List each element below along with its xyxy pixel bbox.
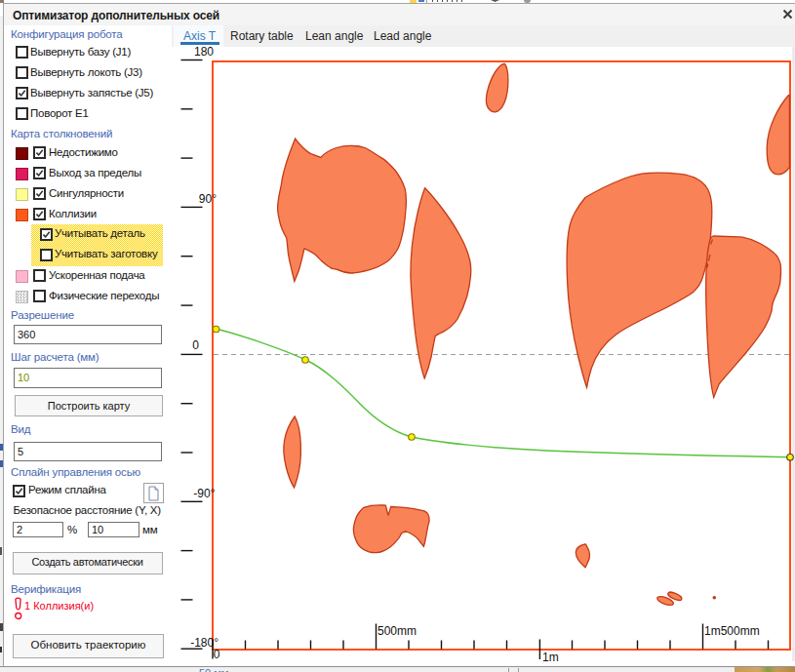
svg-text:500mm: 500mm xyxy=(378,624,417,638)
svg-text:1m500mm: 1m500mm xyxy=(704,624,760,638)
svg-text:180: 180 xyxy=(194,47,214,59)
svg-text:1m: 1m xyxy=(542,651,559,661)
svg-text:0: 0 xyxy=(214,648,220,661)
svg-text:0: 0 xyxy=(192,338,199,352)
svg-text:-90°: -90° xyxy=(193,487,215,500)
svg-text:90°: 90° xyxy=(199,192,217,206)
